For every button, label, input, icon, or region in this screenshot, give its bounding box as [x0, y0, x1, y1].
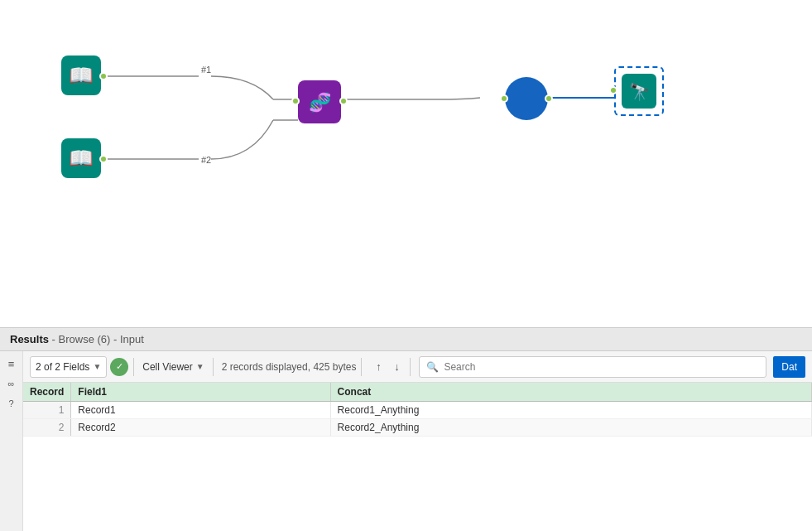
workflow-canvas: #1 #2 📖 📖 🧬: [0, 0, 812, 327]
table-row: 2 Record2 Record2_Anything: [23, 419, 812, 437]
col-concat: Concat: [330, 383, 811, 402]
cell-viewer-label: Cell Viewer: [142, 361, 192, 373]
records-info: 2 records displayed, 425 bytes: [222, 361, 357, 373]
cell-concat: Record2_Anything: [330, 419, 811, 437]
node-filter[interactable]: [505, 77, 548, 120]
menu-icon[interactable]: ≡: [4, 356, 19, 371]
sort-buttons: ↑ ↓: [370, 359, 405, 375]
side-icons-panel: ≡ ∞ ?: [0, 351, 23, 531]
data-button[interactable]: Dat: [773, 356, 805, 378]
table-header-row: Record Field1 Concat: [23, 383, 812, 402]
cell-concat: Record1_Anything: [330, 402, 811, 419]
cell-viewer-dropdown[interactable]: Cell Viewer ▼: [139, 360, 207, 374]
node-book1[interactable]: 📖: [60, 54, 103, 100]
svg-text:📖: 📖: [69, 146, 94, 170]
col-field1: Field1: [71, 383, 330, 402]
svg-text:🧬: 🧬: [309, 91, 332, 113]
divider-2: [213, 358, 214, 376]
node-transform[interactable]: 🧬: [296, 79, 343, 128]
divider-1: [133, 358, 134, 376]
table-body: 1 Record1 Record1_Anything 2 Record2 Rec…: [23, 402, 812, 437]
results-sub: - Browse (6) - Input: [49, 333, 144, 345]
fields-chevron-icon: ▼: [93, 362, 101, 371]
link-icon[interactable]: ∞: [4, 376, 19, 391]
results-label: Results: [10, 333, 49, 345]
help-icon[interactable]: ?: [4, 396, 19, 411]
sort-up-button[interactable]: ↑: [370, 359, 387, 375]
svg-text:#2: #2: [201, 155, 211, 165]
sort-down-button[interactable]: ↓: [388, 359, 405, 375]
cell-viewer-chevron-icon: ▼: [196, 362, 204, 371]
divider-3: [361, 358, 362, 376]
cell-field1: Record1: [71, 402, 330, 419]
divider-4: [410, 358, 411, 376]
svg-text:🔭: 🔭: [629, 82, 650, 102]
toolbar: 2 of 2 Fields ▼ ✓ Cell Viewer ▼ 2 record…: [23, 351, 812, 383]
node-book2[interactable]: 📖: [60, 137, 103, 183]
results-header: Results - Browse (6) - Input: [0, 328, 812, 351]
cell-record: 1: [23, 402, 71, 419]
cell-field1: Record2: [71, 419, 330, 437]
toolbar-left: 2 of 2 Fields ▼ ✓ Cell Viewer ▼ 2 record…: [30, 356, 412, 378]
search-box[interactable]: 🔍: [419, 356, 766, 378]
data-table: Record Field1 Concat 1 Record1 Record1_A…: [23, 383, 812, 531]
table-row: 1 Record1 Record1_Anything: [23, 402, 812, 419]
cell-record: 2: [23, 419, 71, 437]
results-panel: Results - Browse (6) - Input ≡ ∞ ? 2 of …: [0, 327, 812, 531]
node-browse[interactable]: 🔭: [614, 66, 664, 116]
search-icon: 🔍: [426, 361, 439, 373]
svg-text:#1: #1: [201, 65, 211, 75]
search-input[interactable]: [444, 361, 759, 373]
fields-count-label: 2 of 2 Fields: [36, 361, 89, 373]
fields-confirm-button[interactable]: ✓: [110, 358, 128, 376]
fields-dropdown[interactable]: 2 of 2 Fields ▼: [30, 356, 107, 378]
svg-text:📖: 📖: [69, 63, 94, 87]
col-record: Record: [23, 383, 71, 402]
